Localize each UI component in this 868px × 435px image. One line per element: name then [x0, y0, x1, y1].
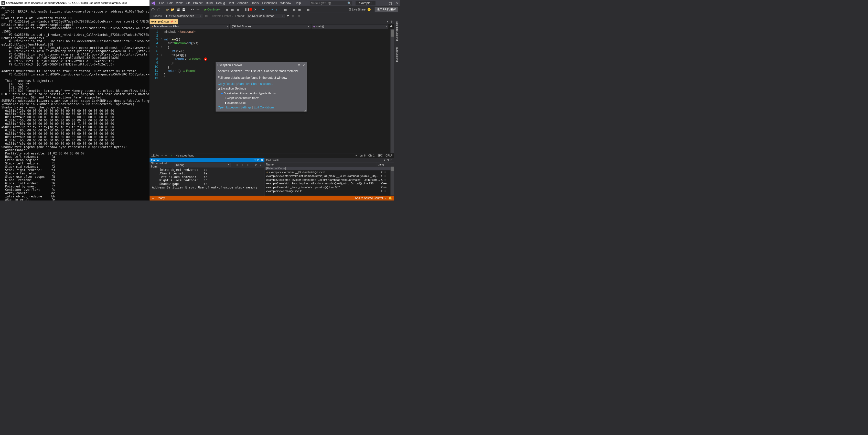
copy-details-link[interactable]: Copy Details [218, 82, 235, 86]
spc-indicator[interactable]: SPC [377, 154, 383, 157]
callstack-row[interactable]: example2.exe!main() Line 11C++ [265, 189, 394, 193]
new-project-icon[interactable]: ▧ [165, 8, 169, 11]
nav-func-dropdown[interactable]: ◈ main()▾ [312, 25, 388, 29]
continue-button[interactable]: ▶Continue▾ [205, 8, 220, 11]
cs-close-icon[interactable]: ✕ [390, 159, 393, 162]
step-into-icon[interactable]: ↓ [267, 8, 270, 11]
callstack-row[interactable]: ➔example2.exe!main::__l3::<lambda>() Lin… [265, 170, 394, 174]
tool-icon-e[interactable]: ▦ [292, 8, 296, 11]
edit-conditions-link[interactable]: Edit Conditions [254, 106, 274, 109]
callstack-header[interactable]: Call Stack ▾ ⊓ ✕ [265, 158, 394, 162]
tool-icon-b[interactable]: ▦ [230, 8, 235, 11]
feedback-icon[interactable]: 🙂 [367, 8, 371, 11]
code-body[interactable]: #include <functional> int main() { std::… [163, 29, 207, 153]
menu-test[interactable]: Test [228, 1, 234, 5]
search-input[interactable]: Search (Ctrl+Q) 🔍 [310, 1, 352, 5]
team-explorer-tab[interactable]: Team Explorer [395, 44, 400, 63]
menu-tools[interactable]: Tools [252, 1, 259, 5]
resize-grip-icon[interactable]: ◢ [304, 109, 306, 111]
minimize-icon[interactable]: ― [381, 1, 384, 5]
callstack-row[interactable]: example2.exe!std::invoke<int <lambda>(vo… [265, 174, 394, 178]
start-live-share-link[interactable]: Start Live Share session... [237, 82, 273, 86]
tab-dropdown-icon[interactable]: ▾ [387, 20, 388, 23]
pin-icon[interactable]: 📌 [170, 20, 173, 23]
stack-frame-icon[interactable]: ▦ [291, 14, 295, 18]
crlf-indicator[interactable]: CRLF [385, 154, 392, 157]
tool-icon-f[interactable]: ▦ [298, 8, 302, 11]
nav-fwd-icon[interactable]: ◯ [157, 8, 161, 11]
break-checkbox[interactable] [221, 93, 223, 94]
src-ctrl-up-icon[interactable]: ↑ [351, 196, 352, 199]
save-all-icon[interactable]: 💾 [182, 8, 186, 11]
redo-icon[interactable]: ↷ [196, 8, 200, 11]
cs-dropdown-icon[interactable]: ▾ [384, 159, 385, 162]
out-tool-a[interactable]: ≡ [236, 163, 239, 167]
open-exception-settings-link[interactable]: Open Exception Settings [218, 106, 252, 109]
tool-icon-g[interactable]: ▦ [306, 8, 310, 11]
nav-scope-dropdown[interactable]: (Global Scope)▾ [230, 25, 310, 29]
callstack-row[interactable]: example2.exe!std::_Invoker_ret<int,0>::_… [265, 178, 394, 182]
out-tool-b[interactable]: ≡ [241, 163, 244, 167]
menu-extensions[interactable]: Extensions [262, 1, 277, 5]
out-tool-c[interactable]: ≡ [246, 163, 250, 167]
menu-analyze[interactable]: Analyze [237, 1, 248, 5]
output-dropdown-icon[interactable]: ▾ [254, 159, 256, 162]
lifecycle-dropdown[interactable]: Lifecycle Events ▾ [210, 14, 233, 18]
cs-scrollbar[interactable] [390, 166, 394, 195]
line-indicator[interactable]: Ln: 8 [360, 154, 366, 157]
settings-expander-icon[interactable]: ◢ [218, 87, 220, 90]
menu-build[interactable]: Build [206, 1, 213, 5]
show-next-icon[interactable]: ➔ [261, 8, 265, 11]
out-wrap-icon[interactable]: ↩ [259, 163, 263, 167]
code-editor[interactable]: 12345678910111213 ⊟⊟⊟ #include <function… [150, 29, 394, 153]
tool-icon-d[interactable]: ▦ [284, 8, 287, 11]
menu-debug[interactable]: Debug [216, 1, 225, 5]
tool-icon-c[interactable]: ▦ [236, 8, 240, 11]
solution-explorer-tab[interactable]: Solution Explorer [395, 20, 400, 42]
tab-settings-icon[interactable]: ⚙ [390, 20, 393, 23]
menu-project[interactable]: Project [193, 1, 203, 5]
console-titlebar[interactable]: ▣ C:\MSDN\cpp-docs-pr\docs\c-language\AS… [0, 0, 150, 6]
callstack-row[interactable]: [External Code] [265, 166, 394, 170]
cs-col-lang[interactable]: Lang [376, 162, 390, 166]
menu-edit[interactable]: Edit [167, 1, 173, 5]
zoom-level[interactable]: 111 % [151, 154, 159, 157]
nav-back-icon[interactable]: ◯ [152, 8, 155, 11]
col-indicator[interactable]: Ch: 1 [368, 154, 374, 157]
error-glyph-icon[interactable] [204, 58, 207, 61]
menu-window[interactable]: Window [280, 1, 291, 5]
tool-icon-a[interactable]: ▦ [225, 8, 229, 11]
menu-git[interactable]: Git [186, 1, 190, 5]
status-dropdown-icon2[interactable]: ▾ [355, 154, 357, 157]
popup-pin-icon[interactable]: ⊓ [298, 64, 300, 67]
callstack-row[interactable]: example2.exe!std::_Func_impl_no_alloc<in… [265, 181, 394, 186]
process-dropdown[interactable]: [17436] example2.exe▾ [164, 14, 203, 18]
tab-close-icon[interactable]: ✕ [174, 20, 176, 23]
output-pin-icon[interactable]: ⊓ [257, 159, 259, 162]
int-preview-badge[interactable]: INT PREVIEW [375, 7, 398, 12]
exception-popup[interactable]: Exception Thrown ⊓ ✕ Address Sanitizer E… [216, 62, 307, 111]
step-over-icon[interactable]: ↷ [271, 8, 274, 11]
callstack-row[interactable]: example2.exe!std::_Func_class<int>::oper… [265, 186, 394, 189]
notifications-icon[interactable]: 🔔 [389, 196, 392, 200]
issues-text[interactable]: No issues found [176, 154, 194, 157]
menu-view[interactable]: View [176, 1, 183, 5]
editor-scrollbar[interactable] [390, 29, 394, 153]
cs-pin-icon[interactable]: ⊓ [387, 159, 389, 162]
nav-split-icon[interactable]: ✚ [389, 25, 394, 29]
output-body[interactable]: Intra object redzone: bb ASan internal: … [150, 168, 265, 196]
out-clear-icon[interactable]: ⎚ [254, 163, 258, 167]
flag-icon[interactable]: ⚑ [287, 14, 289, 18]
cs-col-name[interactable]: Name [265, 162, 376, 166]
console-output[interactable]: d0 ==17436==ERROR: AddressSanitizer: sta… [0, 6, 150, 200]
restart-icon[interactable]: ⟳ [254, 8, 257, 11]
close-icon[interactable]: ✕ [396, 1, 399, 5]
except-exe-checkbox[interactable] [225, 102, 226, 104]
save-icon[interactable]: 💾 [176, 8, 180, 11]
menu-help[interactable]: Help [294, 1, 301, 5]
fold-column[interactable]: ⊟⊟⊟ [160, 29, 163, 153]
stack-frame-icon2[interactable]: ▦ [297, 14, 301, 18]
thread-dropdown[interactable]: [20512] Main Thread▾ [247, 14, 285, 18]
callstack-body[interactable]: [External Code]➔example2.exe!main::__l3:… [265, 166, 394, 195]
thread-icon[interactable]: ⋮ [303, 14, 307, 18]
